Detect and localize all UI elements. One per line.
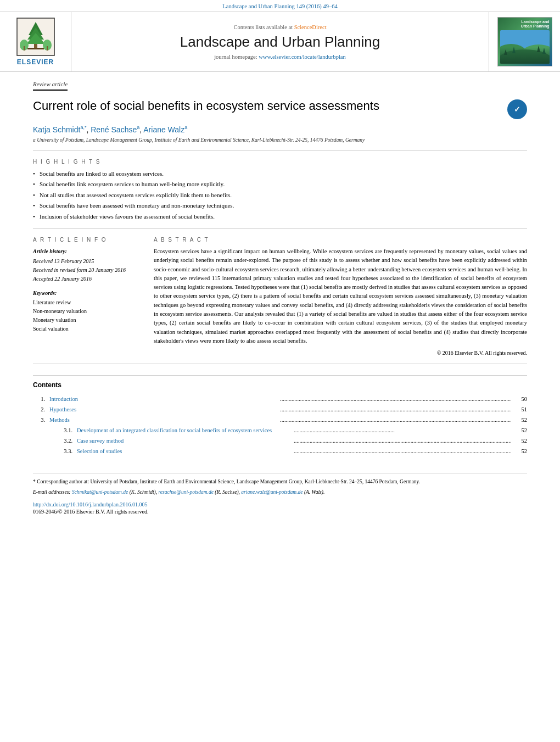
article-section: Review article Current role of social be… [0, 72, 560, 515]
received-date: Received 13 February 2015 [33, 257, 143, 266]
contents-title-32[interactable]: Case survey method [77, 436, 294, 447]
email-schmidt[interactable]: Schmikat@uni-potsdam.de [72, 489, 128, 495]
elsevier-logo: ELSEVIER [16, 18, 55, 66]
highlights-label: H I G H L I G H T S [33, 159, 527, 165]
history-label: Article history: [33, 247, 143, 256]
highlight-item-4: Social benefits have been assessed with … [33, 201, 527, 210]
two-column: A R T I C L E I N F O Article history: R… [33, 237, 527, 356]
article-info-label: A R T I C L E I N F O [33, 237, 143, 243]
keyword-2: Non-monetary valuation [33, 307, 143, 316]
revised-date: Received in revised form 20 January 2016 [33, 266, 143, 275]
contents-title-3[interactable]: Methods [49, 415, 280, 426]
journal-cover-image [500, 30, 550, 64]
author-katja[interactable]: Katja Schmidt [33, 125, 80, 134]
elsevier-label: ELSEVIER [17, 58, 54, 66]
contents-dots-32: ........................................… [294, 436, 511, 447]
affiliation: a University of Potsdam, Landscape Manag… [33, 137, 527, 143]
footer-issn: 0169-2046/© 2016 Elsevier B.V. All right… [33, 509, 527, 515]
footer-corresponding-note: * Corresponding author at: University of… [33, 478, 527, 486]
header-section: ELSEVIER Contents lists available at Sci… [0, 12, 560, 72]
contents-title-1[interactable]: Introduction [49, 394, 280, 405]
article-info-section: A R T I C L E I N F O Article history: R… [33, 237, 143, 283]
divider-3 [33, 364, 527, 364]
contents-num-2: 2. [33, 405, 49, 415]
accepted-date: Accepted 22 January 2016 [33, 275, 143, 283]
contents-row-33: 3.3. Selection of studies ..............… [33, 447, 527, 457]
elsevier-tree-icon [16, 18, 55, 56]
svg-marker-17 [512, 47, 516, 53]
contents-title-33[interactable]: Selection of studies [77, 447, 294, 457]
keyword-1: Literature review [33, 298, 143, 307]
svg-marker-19 [542, 48, 546, 54]
divider-2 [33, 228, 527, 229]
footer-email: E-mail addresses: Schmikat@uni-potsdam.d… [33, 488, 527, 496]
doi-link[interactable]: http://dx.doi.org/10.1016/j.landurbplan.… [33, 501, 147, 507]
svg-point-14 [519, 44, 550, 64]
crossmark-badge[interactable]: ✓ [507, 99, 527, 119]
contents-subnum-32: 3.2. [49, 436, 77, 447]
homepage-line: journal homepage: www.elsevier.com/locat… [214, 54, 346, 60]
svg-rect-7 [24, 46, 25, 51]
sciencedirect-link[interactable]: ScienceDirect [294, 24, 327, 30]
crossmark-icon[interactable]: ✓ [507, 99, 527, 119]
contents-page-31: 52 [511, 426, 527, 436]
contents-page-32: 52 [511, 436, 527, 447]
email-sachse[interactable]: resachse@uni-potsdam.de [158, 489, 213, 495]
abstract-section: A B S T R A C T Ecosystem services have … [154, 237, 527, 356]
sciencedirect-line: Contents lists available at ScienceDirec… [233, 24, 326, 30]
contents-title: Contents [33, 381, 527, 389]
contents-dots-1: ........................................… [280, 394, 511, 405]
journal-cover: Landscape andUrban Planning [497, 17, 552, 66]
highlight-item-2: Social benefits link ecosystem services … [33, 180, 527, 189]
contents-dots-31: ........................................… [294, 426, 511, 436]
journal-article-link[interactable]: Landscape and Urban Planning 149 (2016) … [222, 3, 337, 9]
header-right: Landscape andUrban Planning [489, 12, 560, 71]
contents-row-31: 3.1. Development of an integrated classi… [33, 426, 527, 436]
top-link-bar: Landscape and Urban Planning 149 (2016) … [0, 0, 560, 12]
author-rene[interactable]: René Sachse [91, 125, 137, 134]
homepage-url[interactable]: www.elsevier.com/locate/landurbplan [259, 54, 346, 60]
keywords-title: Keywords: [33, 290, 143, 296]
footer-doi: http://dx.doi.org/10.1016/j.landurbplan.… [33, 501, 527, 507]
author-ariane[interactable]: Ariane Walz [143, 125, 184, 134]
article-title-row: Current role of social benefits in ecosy… [33, 98, 527, 119]
contents-section: Contents 1. Introduction ...............… [33, 375, 527, 456]
divider-1 [33, 150, 527, 151]
contents-row-32: 3.2. Case survey method ................… [33, 436, 527, 447]
journal-title: Landscape and Urban Planning [180, 34, 380, 51]
email-walz[interactable]: ariane.walz@uni-potsdam.de [241, 489, 303, 495]
article-history: Article history: Received 13 February 20… [33, 247, 143, 283]
contents-subnum-33: 3.3. [49, 447, 77, 457]
highlights-section: H I G H L I G H T S Social benefits are … [33, 159, 527, 221]
contents-dots-2: ........................................… [280, 405, 511, 415]
abstract-label: A B S T R A C T [154, 237, 527, 243]
col-right: A B S T R A C T Ecosystem services have … [154, 237, 527, 356]
contents-num-1: 1. [33, 394, 49, 405]
contents-page-2: 51 [511, 405, 527, 415]
contents-title-2[interactable]: Hypotheses [49, 405, 280, 415]
article-title: Current role of social benefits in ecosy… [33, 98, 496, 114]
contents-row-1: 1. Introduction ........................… [33, 394, 527, 405]
header-left: ELSEVIER [0, 12, 71, 71]
review-label: Review article [33, 81, 68, 91]
contents-page-33: 52 [511, 447, 527, 457]
svg-marker-16 [504, 49, 507, 55]
header-center: Contents lists available at ScienceDirec… [71, 12, 489, 71]
journal-cover-title: Landscape andUrban Planning [521, 20, 550, 29]
keywords-section: Keywords: Literature review Non-monetary… [33, 290, 143, 333]
footer-section: * Corresponding author at: University of… [33, 473, 527, 515]
page: Landscape and Urban Planning 149 (2016) … [0, 0, 560, 742]
keywords-list: Literature review Non-monetary valuation… [33, 298, 143, 333]
contents-num-3: 3. [33, 415, 49, 426]
highlight-item-3: Not all studies that assessed ecosystem … [33, 191, 527, 200]
contents-row-2: 2. Hypotheses ..........................… [33, 405, 527, 415]
abstract-text: Ecosystem services have a significant im… [154, 247, 527, 345]
contents-page-3: 52 [511, 415, 527, 426]
abstract-copyright: © 2016 Elsevier B.V. All rights reserved… [154, 350, 527, 356]
svg-point-13 [500, 44, 528, 64]
highlight-item-1: Social benefits are linked to all ecosys… [33, 169, 527, 178]
contents-title-31[interactable]: Development of an integrated classificat… [77, 426, 294, 436]
keyword-3: Monetary valuation [33, 316, 143, 325]
col-left: A R T I C L E I N F O Article history: R… [33, 237, 143, 356]
svg-point-15 [500, 49, 550, 64]
